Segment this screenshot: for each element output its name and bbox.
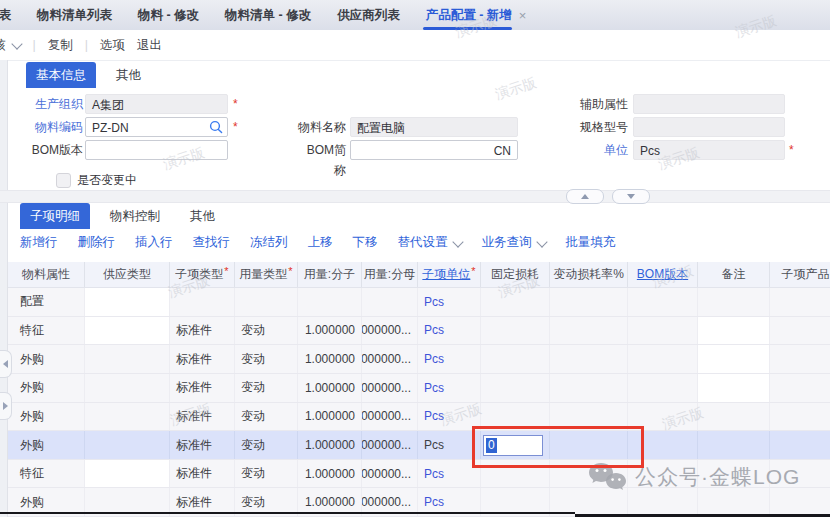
table-cell[interactable]: 1.000000... — [362, 460, 418, 488]
unit-cell-value[interactable]: Pcs — [424, 409, 444, 423]
table-cell[interactable] — [698, 403, 770, 431]
table-cell[interactable] — [698, 374, 770, 402]
table-cell[interactable]: 1.000000 — [298, 403, 362, 431]
grid-toolbar-button[interactable]: 上移 — [308, 234, 333, 251]
table-cell[interactable]: 变动 — [235, 431, 298, 459]
table-cell[interactable] — [770, 488, 830, 516]
table-cell[interactable] — [85, 460, 170, 488]
table-row[interactable]: 外购标准件变动1.0000001.000000...Pcs0 — [8, 431, 830, 460]
table-cell[interactable] — [550, 374, 628, 402]
detail-tab[interactable]: 子项明细 — [20, 203, 90, 229]
tab-close-icon[interactable]: × — [519, 8, 527, 23]
exit-button[interactable]: 退出 — [137, 37, 162, 54]
table-cell[interactable]: 外购 — [8, 374, 85, 402]
table-cell[interactable] — [628, 288, 698, 316]
table-cell[interactable] — [235, 288, 298, 316]
copy-button[interactable]: 复制 — [48, 37, 73, 54]
table-cell[interactable] — [628, 403, 698, 431]
table-cell[interactable] — [550, 460, 628, 488]
table-cell[interactable] — [770, 317, 830, 345]
table-cell[interactable] — [298, 288, 362, 316]
table-cell[interactable] — [628, 345, 698, 373]
table-cell[interactable] — [628, 431, 698, 459]
table-cell[interactable] — [550, 431, 628, 459]
bom-abbr-field[interactable]: CN — [350, 140, 518, 160]
table-cell[interactable]: 0 — [481, 431, 550, 459]
table-cell[interactable]: 特征 — [8, 460, 85, 488]
table-cell[interactable] — [85, 431, 170, 459]
table-cell[interactable]: Pcs — [418, 288, 481, 316]
table-cell[interactable]: 标准件 — [170, 374, 235, 402]
table-cell[interactable]: 标准件 — [170, 460, 235, 488]
grid-toolbar-menu[interactable]: 替代设置 — [398, 234, 462, 251]
table-cell[interactable] — [481, 288, 550, 316]
table-cell[interactable] — [170, 288, 235, 316]
grid-toolbar-menu[interactable]: 业务查询 — [482, 234, 546, 251]
table-cell[interactable]: 标准件 — [170, 317, 235, 345]
table-cell[interactable] — [770, 460, 830, 488]
window-tab[interactable]: 物料清单 - 修改 — [225, 0, 311, 30]
table-row[interactable]: 配置Pcs — [8, 288, 830, 317]
grid-toolbar-button[interactable]: 插入行 — [135, 234, 173, 251]
table-cell[interactable] — [628, 317, 698, 345]
window-tab[interactable]: 物料清单列表 — [37, 0, 112, 30]
table-cell[interactable]: Pcs — [418, 317, 481, 345]
column-header[interactable]: BOM版本 — [628, 262, 698, 287]
table-cell[interactable] — [550, 403, 628, 431]
window-tab[interactable]: 供应商列表 — [337, 0, 400, 30]
unit-cell-value[interactable]: Pcs — [424, 295, 444, 309]
table-cell[interactable]: 1.000000 — [298, 317, 362, 345]
chevron-down-icon[interactable] — [11, 38, 22, 49]
unit-cell-value[interactable]: Pcs — [424, 352, 444, 366]
table-cell[interactable]: 变动 — [235, 345, 298, 373]
table-cell[interactable]: 1.000000... — [362, 317, 418, 345]
table-row[interactable]: 特征标准件变动1.0000001.000000...Pcs — [8, 460, 830, 489]
table-cell[interactable] — [770, 431, 830, 459]
table-cell[interactable]: Pcs — [418, 403, 481, 431]
table-cell[interactable]: 标准件 — [170, 345, 235, 373]
unit-cell-value[interactable]: Pcs — [424, 495, 444, 509]
table-cell[interactable]: 标准件 — [170, 403, 235, 431]
table-cell[interactable] — [85, 317, 170, 345]
material-code-field[interactable]: PZ-DN — [85, 117, 228, 137]
grid-toolbar-button[interactable]: 删除行 — [78, 234, 116, 251]
table-cell[interactable]: 1.000000... — [362, 345, 418, 373]
table-row[interactable]: 外购标准件变动1.0000001.000000...Pcs — [8, 345, 830, 374]
table-cell[interactable] — [698, 345, 770, 373]
unit-cell-value[interactable]: Pcs — [424, 467, 444, 481]
table-row[interactable]: 外购标准件变动1.0000001.000000...Pcs — [8, 403, 830, 432]
table-cell[interactable] — [362, 288, 418, 316]
table-cell[interactable] — [85, 345, 170, 373]
table-cell[interactable]: 标准件 — [170, 431, 235, 459]
table-cell[interactable]: Pcs — [418, 345, 481, 373]
table-cell[interactable]: 1.000000 — [298, 345, 362, 373]
grid-toolbar-button[interactable]: 批量填充 — [566, 234, 616, 251]
grid-toolbar-button[interactable]: 查找行 — [193, 234, 231, 251]
search-icon[interactable] — [209, 120, 223, 134]
table-cell[interactable]: 外购 — [8, 431, 85, 459]
table-cell[interactable]: Pcs — [418, 431, 481, 459]
collapse-left-handle[interactable] — [0, 350, 12, 378]
table-cell[interactable]: 特征 — [8, 317, 85, 345]
table-row[interactable]: 特征标准件变动1.0000001.000000...Pcs — [8, 317, 830, 346]
table-cell[interactable] — [550, 317, 628, 345]
table-cell[interactable] — [770, 345, 830, 373]
table-cell[interactable] — [481, 374, 550, 402]
unit-cell-value[interactable]: Pcs — [424, 323, 444, 337]
unit-cell-value[interactable]: Pcs — [424, 381, 444, 395]
table-cell[interactable]: 变动 — [235, 403, 298, 431]
table-cell[interactable]: 变动 — [235, 460, 298, 488]
table-cell[interactable]: 1.000000 — [298, 374, 362, 402]
grid-toolbar-button[interactable]: 下移 — [353, 234, 378, 251]
table-cell[interactable] — [481, 403, 550, 431]
change-in-progress-checkbox[interactable] — [56, 173, 71, 188]
column-header[interactable]: 子项单位* — [418, 262, 481, 287]
bom-version-field[interactable] — [85, 140, 228, 160]
table-cell[interactable]: 1.000000... — [362, 403, 418, 431]
prod-org-field[interactable]: A集团 — [85, 94, 228, 114]
detail-tab[interactable]: 其他 — [180, 203, 225, 229]
table-cell[interactable]: 1.000000 — [298, 460, 362, 488]
table-cell[interactable] — [698, 431, 770, 459]
table-cell[interactable] — [628, 460, 698, 488]
table-cell[interactable] — [770, 288, 830, 316]
